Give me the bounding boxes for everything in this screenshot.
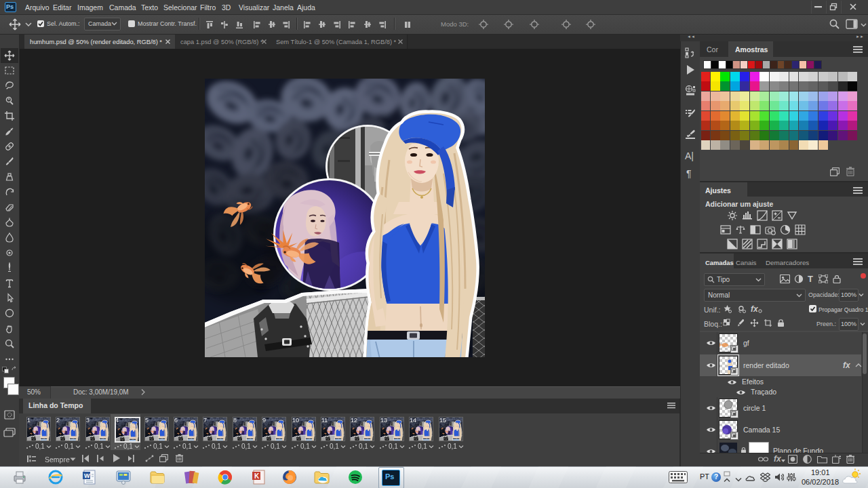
svg-text:W: W: [84, 472, 90, 479]
svg-text:K: K: [254, 472, 260, 480]
